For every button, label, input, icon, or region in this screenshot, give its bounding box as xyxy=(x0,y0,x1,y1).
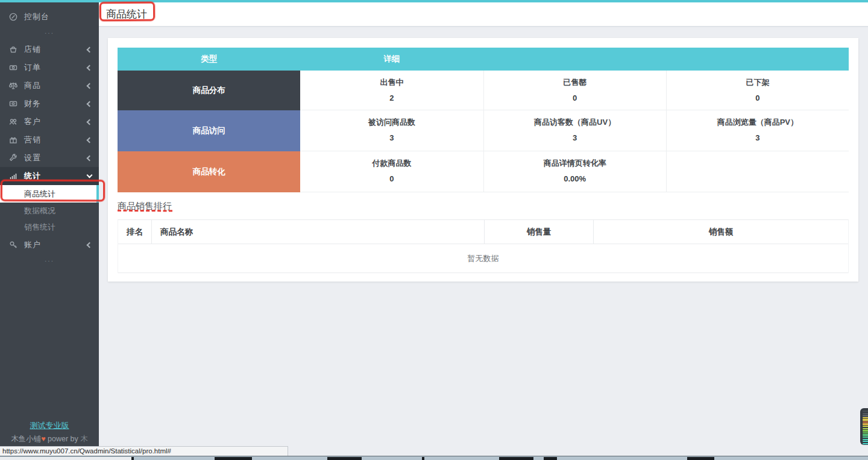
chevron-left-icon xyxy=(87,46,93,52)
stat-cell: 被访问商品数 3 xyxy=(300,110,483,151)
sidebar-item-account[interactable]: 账户 xyxy=(0,236,99,254)
sales-header-volume: 销售量 xyxy=(484,220,593,244)
stat-row-label: 商品转化 xyxy=(118,151,300,192)
chevron-left-icon xyxy=(87,101,93,107)
statistics-submenu: 商品统计 数据概况 销售统计 xyxy=(0,185,99,235)
stat-cell: 商品浏览量（商品PV） 3 xyxy=(666,110,849,151)
stats-header-detail: 详细 xyxy=(300,48,483,71)
sales-ranking-table: 排名 商品名称 销售量 销售额 暂无数据 xyxy=(118,219,849,273)
stat-cell: 已售罄 0 xyxy=(483,71,666,110)
sidebar: 控制台 ... 店铺 订单 商品 财务 客户 xyxy=(0,0,99,460)
stat-cell: 付款商品数 0 xyxy=(300,151,483,192)
page-title: 商品统计 xyxy=(106,7,147,21)
bar-chart-icon xyxy=(8,171,18,181)
stat-cell: 出售中 2 xyxy=(300,71,483,110)
color-indicator-widget[interactable] xyxy=(860,408,868,445)
sidebar-divider-dots: ... xyxy=(0,26,99,39)
users-icon xyxy=(8,117,18,127)
stats-header-type: 类型 xyxy=(118,48,300,71)
sidebar-item-products[interactable]: 商品 xyxy=(0,77,99,95)
sidebar-item-finance[interactable]: 财务 xyxy=(0,95,99,113)
wrench-icon xyxy=(8,153,18,163)
chevron-left-icon xyxy=(87,83,93,89)
taskbar-sliver xyxy=(0,456,868,460)
powered-by-text: 木鱼小铺♥ power by 木 xyxy=(0,434,99,444)
sidebar-item-statistics[interactable]: 统计 xyxy=(0,167,99,185)
sales-header-name: 商品名称 xyxy=(151,220,484,244)
submenu-item-sales-stats[interactable]: 销售统计 xyxy=(0,219,99,235)
top-accent-bar xyxy=(0,0,868,2)
scales-icon xyxy=(8,81,18,90)
sidebar-item-orders[interactable]: 订单 xyxy=(0,58,99,77)
stat-cell: 商品访客数（商品UV） 3 xyxy=(483,110,666,151)
content-card: 类型 详细 商品分布 出售中 2 已售罄 0 已下架 0 商品访问 被访问商品数… xyxy=(108,38,858,282)
sidebar-item-settings[interactable]: 设置 xyxy=(0,149,99,167)
stat-cell xyxy=(666,151,849,192)
stat-row-label: 商品分布 xyxy=(118,71,300,110)
stat-cell: 已下架 0 xyxy=(666,71,849,110)
sidebar-item-marketing[interactable]: 营销 xyxy=(0,131,99,149)
order-icon xyxy=(8,63,18,72)
sidebar-item-shop[interactable]: 店铺 xyxy=(0,40,99,58)
submenu-item-product-stats[interactable]: 商品统计 xyxy=(0,185,99,203)
page-header: 商品统计 xyxy=(99,2,868,27)
sidebar-footer: 测试专业版 木鱼小铺♥ power by 木 xyxy=(0,420,99,444)
heart-icon: ♥ xyxy=(41,435,45,443)
sidebar-item-console[interactable]: 控制台 xyxy=(0,8,99,26)
sidebar-item-label: 控制台 xyxy=(24,11,92,22)
chevron-left-icon xyxy=(87,119,93,125)
chevron-left-icon xyxy=(87,242,93,248)
chevron-left-icon xyxy=(87,155,93,161)
sales-header-amount: 销售额 xyxy=(593,220,848,244)
sidebar-divider-dots: ... xyxy=(0,254,99,267)
dashboard-icon xyxy=(8,12,18,22)
annotation-underline-sales xyxy=(118,210,172,212)
browser-status-bar: https://www.muyu007.cn/Qwadmin/Statistic… xyxy=(0,446,288,456)
stat-cell: 商品详情页转化率 0.00% xyxy=(483,151,666,192)
submenu-item-data-overview[interactable]: 数据概况 xyxy=(0,203,99,219)
chevron-left-icon xyxy=(87,137,93,143)
product-stats-table: 类型 详细 商品分布 出售中 2 已售罄 0 已下架 0 商品访问 被访问商品数… xyxy=(118,48,849,192)
empty-data-row: 暂无数据 xyxy=(118,244,848,273)
sidebar-item-customers[interactable]: 客户 xyxy=(0,113,99,131)
gift-icon xyxy=(8,135,18,145)
shop-icon xyxy=(8,45,18,54)
active-indicator-strip xyxy=(96,185,99,203)
key-icon xyxy=(8,240,18,250)
stat-row-label: 商品访问 xyxy=(118,110,300,151)
sales-header-rank: 排名 xyxy=(118,220,151,244)
chevron-down-icon xyxy=(87,172,93,178)
edition-link[interactable]: 测试专业版 xyxy=(0,420,99,431)
banknote-icon xyxy=(8,99,18,109)
chevron-left-icon xyxy=(87,65,93,71)
